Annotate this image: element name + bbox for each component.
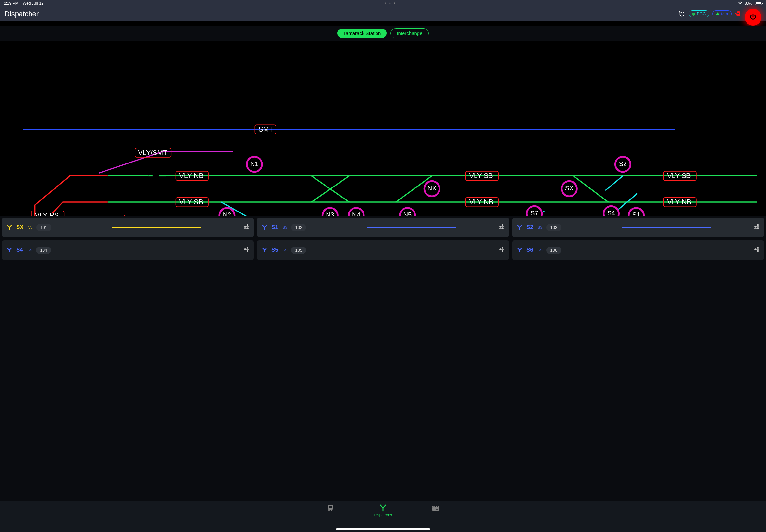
tab-interchange[interactable]: Interchange [391,28,427,38]
svg-rect-52 [245,226,246,227]
switch-card-addr: 104 [36,247,51,254]
switch-card-s1[interactable]: S1SS 102 [257,218,427,237]
switch-card-name: S4 [16,247,23,253]
svg-rect-70 [245,249,246,250]
settings-icon[interactable] [243,247,249,253]
switch-card-state [313,227,427,228]
switch-card-suffix: VL [28,225,32,229]
page-title: Dispatcher [5,10,39,18]
settings-icon[interactable] [243,224,249,231]
switch-card-name: SX [16,224,24,231]
track-label-vlysb: VLY SB [179,198,203,206]
switch-n1[interactable]: N1 [250,160,258,167]
multitask-dots: • • • [43,1,427,6]
switch-card-state [313,250,427,250]
svg-rect-51 [247,224,248,226]
switch-card-name: S5 [271,247,278,253]
switch-icon [261,248,267,252]
svg-rect-71 [247,250,248,252]
switch-card-sx[interactable]: SXVL 101 [2,218,254,237]
track-label-smt: SMT [258,126,273,133]
switch-card-state [58,250,236,250]
svg-point-37 [424,181,427,196]
app-header: Dispatcher ψ DCC tam [0,6,427,21]
track-label-vlynb: VLY NB [179,172,203,180]
switch-card-name: S1 [271,224,278,231]
switch-list: SXVL 101 S1SS 102 S2SS 103 S4SS 104 S5SS… [0,216,427,297]
switch-icon [6,248,12,252]
switch-icon [261,225,267,230]
track-label-vlysmt: VLY/SMT [138,149,167,157]
switch-card-addr: 105 [291,247,306,254]
svg-rect-69 [247,247,248,248]
status-time-date: 2:19 PM Wed Jun 12 [4,1,43,6]
switch-card-suffix: SS [283,225,287,229]
switch-card-suffix: SS [283,248,287,252]
svg-rect-53 [247,228,248,229]
switch-card-s4[interactable]: S4SS 104 [2,240,254,260]
status-time: 2:19 PM [4,1,18,6]
switch-card-state [58,227,236,228]
status-bar: 2:19 PM Wed Jun 12 • • • 83% [0,0,427,6]
view-tabs: Tamarack Station Interchange [0,26,427,41]
svg-line-17 [396,176,427,202]
switch-card-addr: 102 [291,224,306,231]
switch-card-s5[interactable]: S5SS 105 [257,240,427,260]
switch-icon [6,225,12,230]
switch-card-suffix: SS [28,248,32,252]
tab-tamarack-station[interactable]: Tamarack Station [337,29,387,38]
status-date: Wed Jun 12 [23,1,43,6]
switch-card-addr: 101 [36,224,51,231]
